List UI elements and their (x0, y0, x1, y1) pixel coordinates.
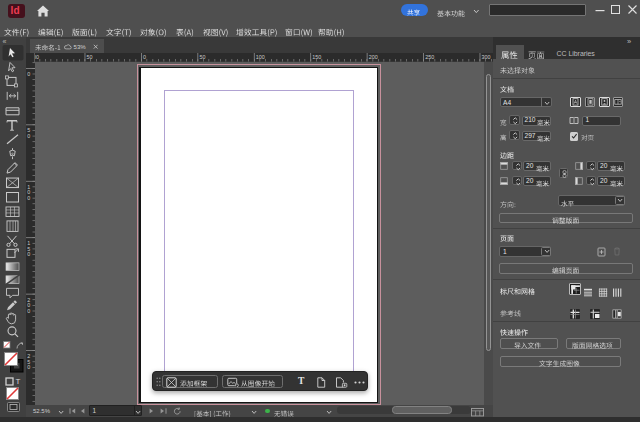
svg-text:300: 300 (482, 54, 491, 60)
svg-text:250: 250 (425, 54, 434, 60)
svg-text:0: 0 (143, 54, 146, 60)
svg-text:200: 200 (369, 54, 378, 60)
svg-text:100: 100 (256, 54, 265, 60)
svg-text:0: 0 (27, 364, 30, 370)
svg-text:0: 0 (27, 307, 30, 313)
svg-text:0: 0 (27, 71, 30, 77)
svg-text:0: 0 (27, 133, 30, 139)
svg-text:50: 50 (199, 54, 205, 60)
svg-text:0: 0 (27, 195, 30, 201)
svg-text:150: 150 (312, 54, 321, 60)
svg-text:0: 0 (27, 251, 30, 257)
svg-text:50: 50 (87, 54, 93, 60)
